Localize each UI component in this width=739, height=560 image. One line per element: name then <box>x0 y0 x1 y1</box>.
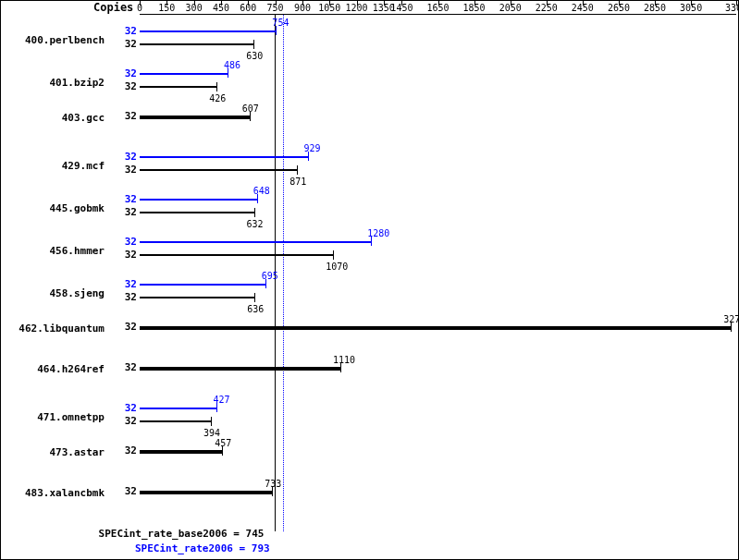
tick-label: 750 <box>267 3 284 13</box>
bar-base <box>140 212 254 213</box>
copies-header: Copies <box>93 1 133 14</box>
value-label-peak: 1280 <box>367 228 389 238</box>
value-label-base: 1070 <box>326 262 348 272</box>
bar-cap <box>216 82 217 91</box>
value-label-base: 636 <box>247 304 264 314</box>
benchmark-name: 464.h264ref <box>1 363 105 375</box>
bar-base <box>140 326 731 330</box>
value-label-base: 1110 <box>333 355 355 365</box>
copies-base: 32 <box>107 80 137 92</box>
bar-base <box>140 116 250 119</box>
benchmark-row: 403.gcc32607 <box>1 108 738 128</box>
benchmark-row: 473.astar32457 <box>1 443 738 463</box>
benchmark-name: 458.sjeng <box>1 287 105 299</box>
copies-peak: 32 <box>107 25 137 37</box>
copies-base: 32 <box>107 206 137 218</box>
copies-base: 32 <box>107 444 137 457</box>
benchmark-name: 462.libquantum <box>1 323 105 335</box>
copies-peak: 32 <box>107 402 137 414</box>
bar-base <box>140 491 272 494</box>
copies-base: 32 <box>107 321 137 333</box>
benchmark-row: 483.xalancbmk32733 <box>1 483 738 504</box>
benchmark-name: 456.hmmer <box>1 245 105 257</box>
tick-label: 2450 <box>572 3 594 13</box>
value-label-peak: 486 <box>224 60 240 70</box>
bar-cap <box>254 293 255 302</box>
tick-label: 2850 <box>644 3 666 13</box>
benchmark-row: 445.gobmk3264832632 <box>1 191 738 232</box>
tick-label: 2250 <box>536 3 558 13</box>
benchmark-row: 462.libquantum323270 <box>1 319 738 339</box>
bar-base <box>140 367 340 371</box>
copies-base: 32 <box>107 415 137 427</box>
tick-label: 300 <box>186 3 203 13</box>
tick-label: 900 <box>294 3 311 13</box>
bar-base <box>140 254 333 256</box>
bar-peak <box>140 241 371 243</box>
bar-peak <box>140 284 265 286</box>
benchmark-name: 473.astar <box>1 446 105 458</box>
tick-label: 150 <box>158 3 175 13</box>
benchmark-row: 401.bzip23248632426 <box>1 66 738 106</box>
benchmark-row: 456.hmmer321280321070 <box>1 234 738 274</box>
copies-peak: 32 <box>107 151 137 163</box>
bar-cap <box>297 165 298 175</box>
benchmark-name: 403.gcc <box>1 112 105 124</box>
tick-label: 1050 <box>318 3 340 13</box>
value-label-base: 630 <box>246 51 263 61</box>
copies-peak: 32 <box>107 67 137 79</box>
benchmark-name: 429.mcf <box>1 160 105 172</box>
tick-label: 1850 <box>463 3 486 13</box>
bar-cap <box>253 40 254 49</box>
tick-label: 3050 <box>680 3 702 13</box>
bar-base <box>140 86 216 88</box>
copies-base: 32 <box>107 110 137 122</box>
bar-cap <box>333 250 334 260</box>
copies-base: 32 <box>107 38 137 50</box>
bar-peak <box>140 156 308 158</box>
value-label-base: 871 <box>289 177 306 187</box>
copies-base: 32 <box>107 249 137 261</box>
value-label-peak: 695 <box>262 271 278 281</box>
value-label-peak: 754 <box>272 18 289 28</box>
benchmark-name: 400.perlbench <box>1 34 105 46</box>
benchmark-name: 445.gobmk <box>1 202 105 214</box>
copies-base: 32 <box>107 485 137 497</box>
tick-label: 3300 <box>725 3 739 13</box>
bar-peak <box>140 199 257 201</box>
benchmark-row: 464.h264ref321110 <box>1 359 738 380</box>
bar-base <box>140 420 211 422</box>
copies-base: 32 <box>107 361 137 373</box>
value-label-peak: 427 <box>213 395 229 405</box>
value-label-base: 394 <box>203 428 220 438</box>
bar-base <box>140 43 253 45</box>
benchmark-row: 400.perlbench3275432630 <box>1 23 738 64</box>
summary-base: SPECint_rate_base2006 = 745 <box>99 528 265 540</box>
tick-label: 1200 <box>345 3 367 13</box>
tick-label: 2650 <box>608 3 630 13</box>
tick-label: 600 <box>240 3 256 13</box>
bar-base <box>140 169 297 171</box>
spec-chart: Copies 015030045060075090010501200135014… <box>0 0 739 560</box>
copies-peak: 32 <box>107 278 137 290</box>
benchmark-row: 429.mcf3292932871 <box>1 149 738 189</box>
value-label-base: 426 <box>209 93 226 103</box>
copies-base: 32 <box>107 164 137 176</box>
copies-peak: 32 <box>107 193 137 205</box>
benchmark-name: 401.bzip2 <box>1 77 105 89</box>
tick-label: 0 <box>137 3 142 13</box>
benchmark-name: 471.omnetpp <box>1 411 105 423</box>
bar-peak <box>140 408 216 409</box>
tick-label: 450 <box>213 3 229 13</box>
value-label-base: 3270 <box>723 314 739 324</box>
bar-base <box>140 450 222 454</box>
bar-base <box>140 297 254 298</box>
bar-cap <box>211 417 212 426</box>
value-label-base: 632 <box>247 219 264 229</box>
value-label-peak: 929 <box>304 143 321 153</box>
copies-peak: 32 <box>107 236 137 248</box>
tick-label: 1650 <box>426 3 449 13</box>
bar-peak <box>140 73 228 75</box>
benchmark-name: 483.xalancbmk <box>1 487 105 499</box>
tick-label: 1450 <box>390 3 413 13</box>
